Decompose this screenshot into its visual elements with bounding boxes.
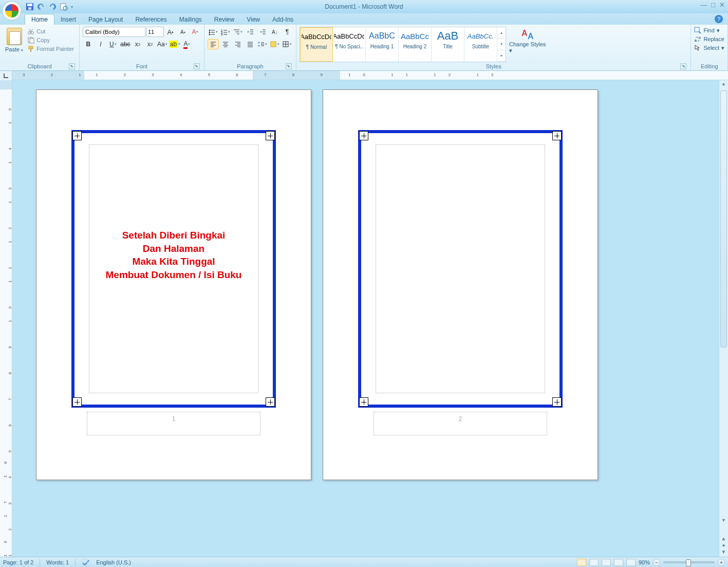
style-subtitle[interactable]: AaBbCc.Subtitle bbox=[464, 27, 497, 62]
paste-button[interactable]: Paste ▾ bbox=[5, 46, 23, 52]
paragraph-launcher-icon[interactable]: ⬊ bbox=[286, 63, 292, 69]
tab-selector[interactable] bbox=[0, 71, 12, 80]
font-size-input[interactable] bbox=[146, 27, 164, 37]
line-spacing-button[interactable] bbox=[257, 39, 268, 49]
strike-button[interactable]: abc bbox=[120, 39, 131, 49]
show-marks-button[interactable]: ¶ bbox=[282, 27, 293, 37]
change-case-button[interactable]: Aa bbox=[157, 39, 168, 49]
close-button[interactable]: ✕ bbox=[719, 1, 725, 9]
grow-font-icon[interactable]: A▴ bbox=[165, 27, 176, 37]
replace-button[interactable]: abReplace bbox=[694, 35, 724, 43]
outline-view-icon[interactable] bbox=[614, 559, 623, 566]
increase-indent-button[interactable] bbox=[257, 27, 268, 37]
undo-icon[interactable] bbox=[37, 3, 45, 11]
vertical-ruler[interactable]: 1 2 3 4 5 6 7 8 9 10 11 12 13 14 15 16 1… bbox=[0, 80, 12, 557]
tab-addins[interactable]: Add-Ins bbox=[266, 14, 300, 25]
align-right-button[interactable] bbox=[232, 39, 244, 49]
subscript-button[interactable]: x2 bbox=[132, 39, 143, 49]
minimize-button[interactable]: — bbox=[700, 1, 707, 9]
full-screen-view-icon[interactable] bbox=[589, 559, 599, 566]
tab-home[interactable]: Home bbox=[25, 14, 54, 25]
prev-page-icon[interactable]: ▲ bbox=[721, 536, 726, 541]
page-1[interactable]: Setelah Diberi BingkaiDan HalamanMaka Ki… bbox=[36, 89, 311, 480]
font-launcher-icon[interactable]: ⬊ bbox=[194, 63, 200, 69]
numbering-button[interactable]: 123 bbox=[220, 27, 231, 37]
proofing-icon[interactable] bbox=[82, 559, 90, 566]
borders-button[interactable] bbox=[282, 39, 293, 49]
vertical-scrollbar[interactable]: ▲ ▼ ▲ ● ▼ bbox=[719, 80, 728, 557]
scroll-up-icon[interactable]: ▲ bbox=[719, 81, 728, 89]
justify-button[interactable] bbox=[245, 39, 256, 49]
bullets-button[interactable] bbox=[208, 27, 219, 37]
style-heading-2[interactable]: AaBbCcHeading 2 bbox=[399, 27, 432, 62]
style-heading-1[interactable]: AaBbCHeading 1 bbox=[366, 27, 399, 62]
paste-icon[interactable] bbox=[7, 28, 22, 45]
style--no-spaci-[interactable]: AaBbCcDc¶ No Spaci.. bbox=[333, 27, 366, 62]
style-gallery-more[interactable]: ▴▾▾ bbox=[497, 27, 506, 62]
align-center-button[interactable] bbox=[220, 39, 231, 49]
restore-button[interactable]: □ bbox=[711, 1, 715, 9]
tab-review[interactable]: Review bbox=[208, 14, 240, 25]
tab-mailings[interactable]: Mailings bbox=[173, 14, 208, 25]
cut-button[interactable]: Cut bbox=[27, 28, 74, 35]
shrink-font-icon[interactable]: A▾ bbox=[177, 27, 189, 37]
scroll-down-icon[interactable]: ▼ bbox=[719, 518, 728, 526]
border-corner-icon bbox=[72, 131, 82, 140]
next-page-icon[interactable]: ▼ bbox=[721, 549, 726, 555]
svg-point-13 bbox=[209, 30, 211, 31]
underline-button[interactable]: U bbox=[107, 39, 119, 49]
svg-text:A: A bbox=[528, 32, 534, 41]
document-canvas[interactable]: Setelah Diberi BingkaiDan HalamanMaka Ki… bbox=[12, 80, 719, 557]
scissors-icon bbox=[27, 28, 34, 35]
superscript-button[interactable]: x2 bbox=[144, 39, 156, 49]
office-button[interactable] bbox=[2, 1, 22, 21]
style-title[interactable]: AaBTitle bbox=[432, 27, 464, 62]
help-icon[interactable]: ? bbox=[715, 15, 723, 23]
clear-format-icon[interactable]: A bbox=[190, 27, 201, 37]
zoom-slider[interactable] bbox=[663, 561, 715, 563]
status-words[interactable]: Words: 1 bbox=[46, 559, 69, 565]
bold-button[interactable]: B bbox=[83, 39, 94, 49]
scroll-thumb[interactable] bbox=[720, 90, 727, 347]
font-name-input[interactable] bbox=[83, 27, 145, 37]
draft-view-icon[interactable] bbox=[626, 559, 636, 566]
page-footer[interactable]: 1 bbox=[87, 412, 260, 435]
styles-launcher-icon[interactable]: ⬊ bbox=[680, 63, 686, 69]
tab-view[interactable]: View bbox=[240, 14, 266, 25]
status-page[interactable]: Page: 1 of 2 bbox=[3, 559, 33, 565]
tab-insert[interactable]: Insert bbox=[54, 14, 82, 25]
print-preview-icon[interactable] bbox=[60, 3, 68, 11]
horizontal-ruler[interactable]: 3 2 1 1 2 3 4 5 6 7 8 9 10 11 12 13 bbox=[12, 71, 728, 80]
find-button[interactable]: Find ▾ bbox=[694, 27, 724, 34]
zoom-in-button[interactable]: + bbox=[718, 559, 725, 566]
page-number: 1 bbox=[172, 415, 176, 423]
clipboard-launcher-icon[interactable]: ⬊ bbox=[69, 63, 75, 69]
format-painter-button[interactable]: Format Painter bbox=[27, 45, 74, 52]
redo-icon[interactable] bbox=[48, 3, 57, 11]
decrease-indent-button[interactable] bbox=[245, 27, 256, 37]
page-footer[interactable]: 2 bbox=[374, 412, 547, 435]
status-language[interactable]: English (U.S.) bbox=[96, 559, 131, 565]
italic-button[interactable]: I bbox=[95, 39, 106, 49]
change-styles-button[interactable]: AA Change Styles▾ bbox=[509, 27, 546, 62]
copy-button[interactable]: Copy bbox=[27, 36, 74, 44]
browse-object-icon[interactable]: ● bbox=[722, 542, 725, 548]
shading-button[interactable] bbox=[269, 39, 281, 49]
save-icon[interactable] bbox=[26, 3, 34, 11]
tab-references[interactable]: References bbox=[129, 14, 173, 25]
page-2[interactable]: 2 bbox=[323, 89, 598, 480]
align-left-button[interactable] bbox=[208, 39, 219, 49]
print-layout-view-icon[interactable] bbox=[577, 559, 586, 566]
style--normal[interactable]: AaBbCcDc¶ Normal bbox=[300, 27, 333, 62]
font-color-button[interactable]: A bbox=[181, 39, 193, 49]
select-button[interactable]: Select ▾ bbox=[694, 44, 724, 51]
tab-page-layout[interactable]: Page Layout bbox=[82, 14, 129, 25]
highlight-button[interactable]: ab bbox=[169, 39, 180, 49]
zoom-out-button[interactable]: − bbox=[653, 559, 660, 566]
sort-button[interactable]: A↓ bbox=[269, 27, 281, 37]
multilevel-button[interactable] bbox=[232, 27, 244, 37]
document-body-text[interactable]: Setelah Diberi BingkaiDan HalamanMaka Ki… bbox=[36, 229, 311, 282]
qat-more-icon[interactable]: ▾ bbox=[71, 5, 73, 9]
web-layout-view-icon[interactable] bbox=[602, 559, 611, 566]
zoom-level[interactable]: 90% bbox=[639, 559, 650, 565]
